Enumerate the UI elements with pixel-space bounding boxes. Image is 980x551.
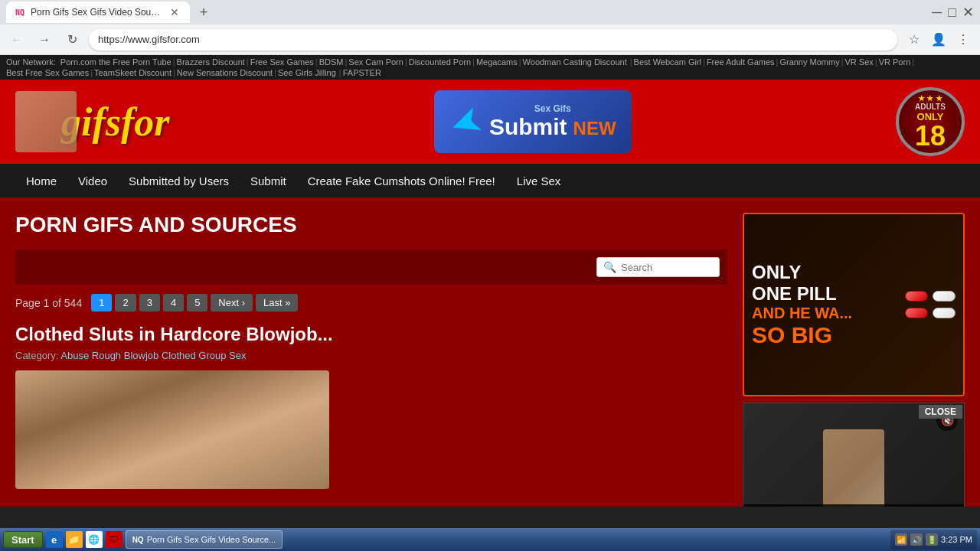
- network-link-woodman[interactable]: Woodman Casting Discount: [523, 57, 627, 67]
- page-button-2[interactable]: 2: [115, 294, 136, 311]
- network-link-vrsex[interactable]: VR Sex: [845, 57, 874, 67]
- tab-favicon: NQ: [15, 8, 24, 17]
- category-link-blowjob[interactable]: Blowjob: [124, 350, 159, 361]
- taskbar-window-title: Porn Gifs Sex Gifs Video Source...: [147, 535, 276, 544]
- maximize-button[interactable]: □: [948, 5, 956, 21]
- pill-red-2: [905, 308, 928, 318]
- bookmark-icon[interactable]: ☆: [903, 29, 925, 51]
- badge-stars: ★ ★ ★: [918, 94, 943, 103]
- nav-create[interactable]: Create Fake Cumshots Online! Free!: [297, 167, 506, 195]
- site-content: Our Network: Porn.com the Free Porn Tube…: [0, 55, 980, 507]
- network-link-fapster[interactable]: FAPSTER: [343, 68, 381, 77]
- badge-age: 18: [915, 122, 946, 150]
- refresh-button[interactable]: ↻: [61, 29, 83, 51]
- search-icon: 🔍: [603, 261, 616, 273]
- network-label: Our Network:: [6, 57, 56, 67]
- minimize-button[interactable]: ─: [932, 5, 942, 21]
- network-link-megacams[interactable]: Megacams: [476, 57, 518, 67]
- network-link-vrporn[interactable]: VR Porn: [879, 57, 911, 67]
- page-button-3[interactable]: 3: [139, 294, 160, 311]
- close-button[interactable]: ✕: [962, 4, 974, 21]
- network-link-porncom[interactable]: Porn.com the Free Porn Tube: [60, 57, 172, 67]
- pagination: Page 1 of 544 1 2 3 4 5 Next › Last »: [15, 294, 727, 311]
- category-link-rough[interactable]: Rough: [92, 350, 121, 361]
- post-title[interactable]: Clothed Sluts in Hardcore Blowjob...: [15, 324, 727, 345]
- forward-button[interactable]: →: [34, 29, 55, 51]
- pill-white-1: [933, 291, 956, 302]
- network-link-sexcamporn[interactable]: Sex Cam Porn: [348, 57, 403, 67]
- nav-submitted[interactable]: Submitted by Users: [118, 167, 240, 195]
- taskbar: Start e 📁 🌐 🛡 NQ Porn Gifs Sex Gifs Vide…: [0, 528, 980, 551]
- menu-icon[interactable]: ⋮: [952, 29, 974, 51]
- network-link-bestwebcam[interactable]: Best Webcam Girl: [634, 57, 701, 67]
- title-bar: NQ Porn Gifs Sex Gifs Video Sources - G.…: [0, 0, 980, 24]
- search-input-wrap: 🔍: [596, 257, 720, 277]
- page-button-4[interactable]: 4: [163, 294, 184, 311]
- tab-close-button[interactable]: ✕: [168, 6, 181, 18]
- logo-area: gifsfor: [15, 91, 170, 152]
- page-button-1[interactable]: 1: [91, 294, 112, 311]
- nav-home[interactable]: Home: [15, 167, 67, 195]
- post-category: Category: Abuse Rough Blowjob Clothed Gr…: [15, 350, 727, 361]
- last-page-button[interactable]: Last »: [256, 294, 298, 311]
- browser-chrome: NQ Porn Gifs Sex Gifs Video Sources - G.…: [0, 0, 980, 55]
- new-label: NEW: [573, 118, 616, 139]
- network-link-brazzers[interactable]: Brazzers Discount: [177, 57, 245, 67]
- network-link-freeadultgames[interactable]: Free Adult Games: [707, 57, 775, 67]
- browser-tab[interactable]: NQ Porn Gifs Sex Gifs Video Sources - G.…: [6, 2, 190, 23]
- page-title: PORN GIFS AND SOURCES: [15, 213, 727, 237]
- nav-submit[interactable]: Submit: [240, 167, 297, 195]
- sex-gifs-label: Sex Gifs: [489, 103, 616, 114]
- network-link-bdsm[interactable]: BDSM: [319, 57, 344, 67]
- system-tray: 📶 🔊 🔋 3:23 PM: [890, 530, 977, 549]
- network-link-newsensations[interactable]: New Sensations Discount: [177, 68, 273, 77]
- network-link-bestfreesexgames[interactable]: Best Free Sex Games: [6, 68, 89, 77]
- next-page-button[interactable]: Next ›: [211, 294, 253, 311]
- category-link-clothed[interactable]: Clothed: [162, 350, 196, 361]
- badge-adults: ADULTS: [915, 103, 946, 111]
- ad-line2: ONE PILL: [752, 283, 852, 305]
- submit-label: Submit: [489, 114, 567, 140]
- pill-white-2: [933, 308, 956, 318]
- network-link-freesexgames[interactable]: Free Sex Games: [250, 57, 314, 67]
- network-link-seegirls[interactable]: See Girls Jilling: [278, 68, 336, 77]
- url-input[interactable]: [89, 29, 897, 51]
- network-link-teamskeet[interactable]: TeamSkeet Discount: [94, 68, 172, 77]
- tray-battery-icon: 🔋: [926, 533, 938, 546]
- back-button[interactable]: ←: [6, 29, 28, 51]
- submit-arrow-icon: ➤: [443, 96, 488, 148]
- category-link-sex[interactable]: Sex: [229, 350, 246, 361]
- video-popup-close-button[interactable]: CLOSE: [919, 405, 962, 419]
- account-icon[interactable]: 👤: [928, 29, 949, 51]
- system-clock: 3:23 PM: [941, 535, 972, 544]
- address-bar: ← → ↻ ☆ 👤 ⋮: [0, 24, 980, 55]
- category-link-group[interactable]: Group: [198, 350, 226, 361]
- submit-banner[interactable]: ➤ Sex Gifs Submit NEW: [434, 90, 632, 153]
- nav-video[interactable]: Video: [67, 167, 118, 195]
- new-tab-button[interactable]: +: [193, 2, 214, 23]
- post-image-container[interactable]: [15, 370, 329, 489]
- taskbar-ie-icon[interactable]: e: [46, 531, 63, 548]
- ad-text: ONLY ONE PILL AND HE WA... SO BIG: [752, 262, 852, 348]
- taskbar-folder-icon[interactable]: 📁: [66, 531, 83, 548]
- taskbar-active-window[interactable]: NQ Porn Gifs Sex Gifs Video Source...: [126, 530, 283, 549]
- site-header: gifsfor ➤ Sex Gifs Submit NEW ★ ★ ★ ADUL…: [0, 80, 980, 164]
- taskbar-chrome-icon[interactable]: 🌐: [86, 531, 103, 548]
- site-navigation: Home Video Submitted by Users Submit Cre…: [0, 164, 980, 197]
- video-popup: CLOSE 🔇 Klik for at kneppe kvinder nu! V…: [743, 403, 965, 507]
- nav-livesex[interactable]: Live Sex: [506, 167, 572, 195]
- taskbar-shield-icon[interactable]: 🛡: [106, 531, 122, 548]
- submit-text: Sex Gifs Submit NEW: [489, 103, 616, 140]
- network-link-discountedporn[interactable]: Discounted Porn: [409, 57, 471, 67]
- tray-network-icon: 📶: [895, 533, 907, 546]
- network-link-grannymommy[interactable]: Granny Mommy: [779, 57, 839, 67]
- category-link-abuse[interactable]: Abuse: [60, 350, 89, 361]
- main-content: PORN GIFS AND SOURCES 🔍 Page 1 of 544 1 …: [0, 197, 980, 507]
- page-button-5[interactable]: 5: [187, 294, 207, 311]
- logo-text: gifsfor: [61, 99, 170, 145]
- video-bottom-overlay: Klik for at kneppe kvinder nu!: [743, 504, 964, 507]
- start-button[interactable]: Start: [3, 531, 43, 548]
- search-input[interactable]: [621, 262, 713, 273]
- post-image: [15, 370, 329, 489]
- ad-block[interactable]: ONLY ONE PILL AND HE WA... SO BIG: [743, 213, 965, 396]
